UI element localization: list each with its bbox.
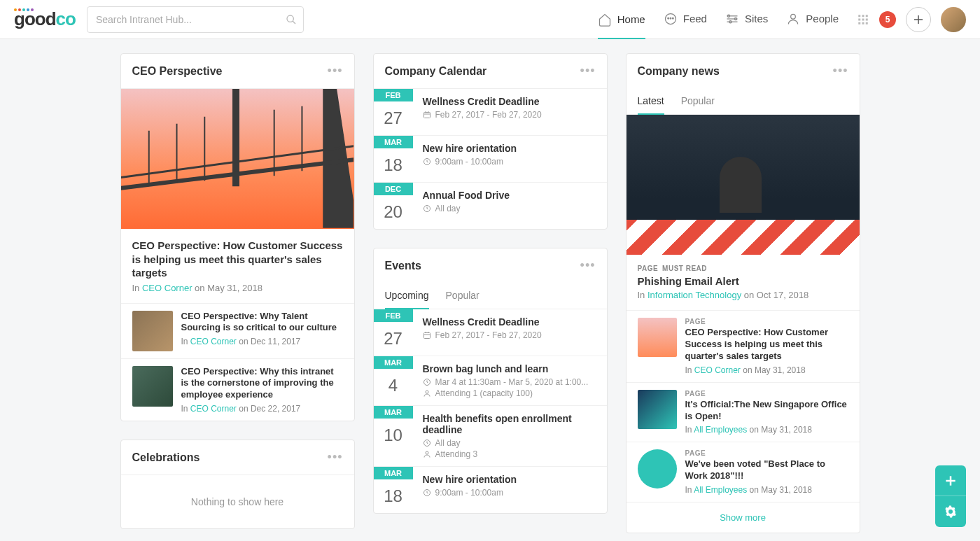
news-item[interactable]: PAGE CEO Perspective: How Customer Succe… [626,310,860,382]
nav-sites[interactable]: Sites [725,12,768,27]
tab-popular[interactable]: Popular [446,283,479,309]
show-more-link[interactable]: Show more [626,502,860,533]
tab-popular[interactable]: Popular [681,88,715,114]
people-icon [786,12,800,26]
fab-settings[interactable] [935,496,966,527]
tab-upcoming[interactable]: Upcoming [385,283,429,309]
card-title: CEO Perspective [132,65,223,78]
source-link[interactable]: Information Technology [648,290,741,300]
calendar-item-meta: 9:00am - 10:00am [423,157,597,167]
news-item-meta: In CEO Corner on May 31, 2018 [685,365,848,375]
search-icon[interactable] [286,14,297,25]
more-icon[interactable]: ••• [833,64,848,78]
celebrations-card: Celebrations ••• Nothing to show here [120,440,355,529]
calendar-date: MAR18 [374,136,413,182]
card-title: Company Calendar [385,65,487,78]
top-header: goodco Home Feed Sites People 5 [0,0,980,39]
source-link[interactable]: CEO Corner [694,365,741,375]
home-icon [598,13,612,27]
svg-point-5 [672,17,673,19]
events-tabs: Upcoming Popular [374,283,607,309]
source-link[interactable]: All Employees [694,425,747,435]
event-date: MAR10 [374,406,413,466]
more-icon[interactable]: ••• [580,258,596,273]
event-item[interactable]: FEB27 Wellness Credit Deadline Feb 27, 2… [374,309,607,356]
event-date: MAR4 [374,356,413,405]
ceo-hero-title[interactable]: CEO Perspective: How Customer Success is… [121,229,354,283]
source-link[interactable]: CEO Corner [190,337,237,346]
more-icon[interactable]: ••• [328,64,343,78]
event-item[interactable]: MAR18 New hire orientation 9:00am - 10:0… [374,467,607,513]
event-meta: 9:00am - 10:00am [423,488,597,498]
event-attending: Attending 1 (capacity 100) [423,388,597,398]
calendar-item-title: Annual Food Drive [423,190,597,201]
event-meta: Feb 27, 2017 - Feb 27, 2020 [423,330,597,340]
svg-rect-17 [862,18,864,20]
svg-rect-14 [862,15,864,17]
calendar-item-meta: Feb 27, 2017 - Feb 27, 2020 [423,110,597,120]
header-right: 5 [857,7,966,32]
search-box [87,6,304,33]
source-link[interactable]: CEO Corner [142,283,192,293]
calendar-item[interactable]: MAR18 New hire orientation 9:00am - 10:0… [374,136,607,183]
nav-label: Sites [745,13,768,24]
news-item-title: It's Official:The New Singapore Office i… [685,399,848,423]
ceo-hero-meta: In CEO Corner on May 31, 2018 [121,283,354,303]
nav-label: People [806,13,839,24]
svg-point-12 [791,14,796,19]
news-hero-meta: In Information Technology on Oct 17, 201… [626,290,860,310]
apps-grid-icon[interactable] [857,13,869,26]
main-nav: Home Feed Sites People 5 [598,7,966,32]
svg-rect-16 [858,18,860,20]
news-hero-image[interactable] [626,115,860,255]
create-button[interactable] [906,7,931,32]
event-title: Brown bag lunch and learn [423,363,597,374]
search-input[interactable] [87,6,304,33]
svg-point-4 [670,17,671,19]
svg-rect-20 [862,22,864,24]
news-hero-title[interactable]: Phishing Email Alert [626,275,860,290]
news-thumb [638,390,677,429]
source-link[interactable]: All Employees [694,485,747,495]
logo[interactable]: goodco [14,8,76,30]
ceo-item[interactable]: CEO Perspective: Why Talent Sourcing is … [121,303,354,358]
svg-rect-18 [866,18,868,20]
ceo-hero-image[interactable] [121,89,354,229]
event-attending: Attending 3 [423,449,597,459]
more-icon[interactable]: ••• [580,64,596,78]
nav-people[interactable]: People [786,12,839,27]
nav-feed[interactable]: Feed [664,12,707,27]
news-tag: PAGE [685,318,848,325]
news-thumb [638,449,677,489]
main-content: CEO Perspective ••• CEO Perspective: How… [42,39,938,541]
svg-point-0 [287,15,293,22]
calendar-item[interactable]: FEB27 Wellness Credit Deadline Feb 27, 2… [374,89,607,136]
nav-home[interactable]: Home [598,13,645,39]
event-date: MAR18 [374,467,413,513]
ceo-item[interactable]: CEO Perspective: Why this intranet is th… [121,358,354,421]
calendar-item[interactable]: DEC20 Annual Food Drive All day [374,183,607,229]
event-title: New hire orientation [423,474,597,485]
calendar-item-title: Wellness Credit Deadline [423,96,597,107]
more-icon[interactable]: ••• [328,450,343,465]
fab-add[interactable] [935,465,966,496]
news-item-title: We've been voted "Best Place to Work 201… [685,458,848,482]
calendar-date: FEB27 [374,89,413,135]
calendar-item-meta: All day [423,204,597,213]
notification-badge[interactable]: 5 [879,11,896,28]
news-item[interactable]: PAGE It's Official:The New Singapore Off… [626,382,860,442]
news-thumb [638,318,677,357]
svg-rect-31 [424,113,430,118]
news-hero-tags: PAGEMUST READ [626,255,860,275]
source-link[interactable]: CEO Corner [190,404,237,414]
card-title: Celebrations [132,451,200,464]
news-item[interactable]: PAGE We've been voted "Best Place to Wor… [626,442,860,502]
event-item[interactable]: MAR10 Health benefits open enrollment de… [374,406,607,467]
event-item[interactable]: MAR4 Brown bag lunch and learn Mar 4 at … [374,356,607,406]
card-title: Company news [638,65,720,78]
svg-rect-15 [866,15,868,17]
tab-latest[interactable]: Latest [638,88,664,115]
company-news-card: Company news ••• Latest Popular PAGEMUST… [626,53,860,533]
user-avatar[interactable] [941,7,966,32]
sites-icon [725,12,739,26]
